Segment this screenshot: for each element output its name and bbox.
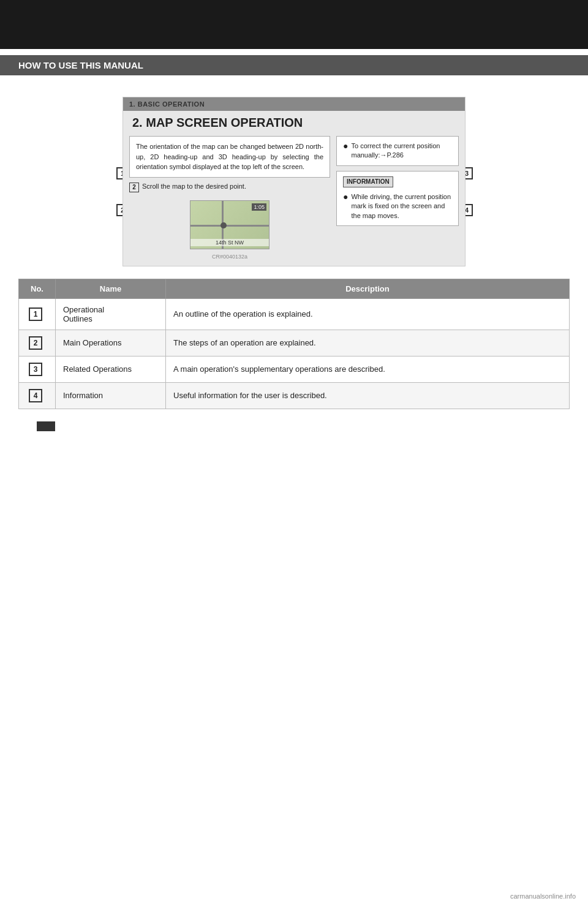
table-cell-name: Operational Outlines (56, 298, 166, 330)
manual-body: The orientation of the map can be change… (123, 133, 465, 266)
table-header-desc: Description (166, 279, 570, 298)
map-position-marker (221, 222, 227, 228)
table-cell-name: Main Operations (56, 330, 166, 356)
map-street-label: 14th St NW (190, 239, 269, 246)
step-row: 2 Scroll the map to the desired point. (129, 183, 330, 192)
table-header-name: Name (56, 279, 166, 298)
table-cell-name: Information (56, 382, 166, 409)
table-num-badge: 4 (29, 389, 42, 402)
main-content: 1 2 3 4 1. BASIC OPERATION (0, 75, 588, 450)
step-text: Scroll the map to the desired point. (142, 183, 246, 190)
bottom-section-bar (37, 421, 55, 431)
map-inner: 1:05 14th St NW (190, 201, 269, 249)
table-cell-desc: A main operation's supplementary operati… (166, 356, 570, 382)
main-text-box: The orientation of the map can be change… (129, 136, 330, 178)
manual-left-col: The orientation of the map can be change… (129, 136, 330, 260)
table-cell-desc: An outline of the operation is explained… (166, 298, 570, 330)
manual-page-title: 2. MAP SCREEN OPERATION (123, 111, 465, 133)
page-wrapper: HOW TO USE THIS MANUAL 1 2 3 4 (0, 0, 588, 909)
footer-brand: carmanualsonline.info (510, 892, 576, 900)
related-ops-text: To correct the current position manually… (351, 141, 452, 160)
table-header-no: No. (19, 279, 56, 298)
table-cell-no: 4 (19, 382, 56, 409)
info-box: INFORMATION ● While driving, the current… (336, 171, 459, 226)
table-num-badge: 2 (29, 336, 42, 350)
info-text: While driving, the current position mark… (351, 192, 452, 221)
info-table: No. Name Description 1Operational Outlin… (18, 279, 570, 409)
section-title: HOW TO USE THIS MANUAL (18, 60, 143, 70)
table-cell-no: 2 (19, 330, 56, 356)
manual-illustration: 1. BASIC OPERATION 2. MAP SCREEN OPERATI… (123, 97, 466, 266)
table-num-badge: 1 (29, 307, 42, 321)
manual-breadcrumb-bar: 1. BASIC OPERATION (123, 97, 465, 111)
map-road-h (190, 225, 269, 227)
map-code: CR#0040132a (129, 254, 330, 260)
map-thumbnail: 1:05 14th St NW (190, 200, 270, 249)
related-ops-box: ● To correct the current position manual… (336, 136, 459, 166)
table-row: 1Operational OutlinesAn outline of the o… (19, 298, 570, 330)
section-title-bar: HOW TO USE THIS MANUAL (0, 55, 588, 75)
illustration-wrapper: 1 2 3 4 1. BASIC OPERATION (110, 97, 478, 266)
table-row: 2Main OperationsThe steps of an operatio… (19, 330, 570, 356)
table-cell-no: 3 (19, 356, 56, 382)
table-num-badge: 3 (29, 363, 42, 376)
table-cell-desc: Useful information for the user is descr… (166, 382, 570, 409)
table-row: 4InformationUseful information for the u… (19, 382, 570, 409)
map-timestamp: 1:05 (252, 203, 266, 211)
info-label: INFORMATION (343, 176, 393, 187)
manual-breadcrumb: 1. BASIC OPERATION (129, 100, 205, 108)
manual-right-col: ● To correct the current position manual… (336, 136, 459, 260)
step-num: 2 (129, 183, 139, 192)
table-row: 3Related OperationsA main operation's su… (19, 356, 570, 382)
top-header-bar (0, 0, 588, 49)
table-cell-no: 1 (19, 298, 56, 330)
table-cell-name: Related Operations (56, 356, 166, 382)
table-cell-desc: The steps of an operation are explained. (166, 330, 570, 356)
